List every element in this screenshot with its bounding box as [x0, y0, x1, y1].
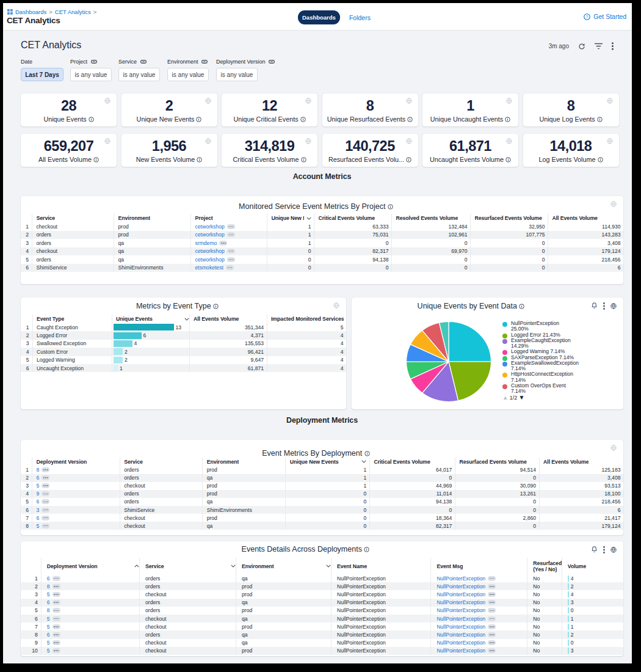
svg-text:?: ? [586, 14, 588, 18]
